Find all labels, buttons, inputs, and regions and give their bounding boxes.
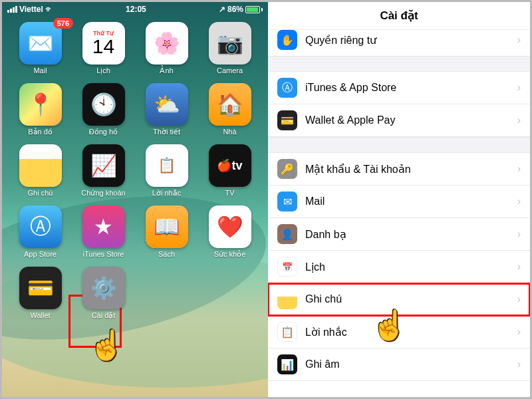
chevron-right-icon: ›: [517, 358, 521, 370]
settings-title: Cài đặt: [268, 2, 530, 30]
mail-badge: 576: [53, 18, 73, 29]
iphone-homescreen: Viettel ᯤ 12:05 ↗ 86% 576 ✉️ Mail Thứ Tư…: [2, 2, 268, 397]
settings-icon: ⚙️: [82, 267, 125, 309]
app-wallet[interactable]: 💳 Wallet: [11, 267, 69, 320]
app-appstore[interactable]: Ⓐ App Store: [11, 205, 69, 259]
chevron-right-icon: ›: [517, 293, 521, 305]
carrier-label: Viettel: [19, 5, 43, 14]
app-weather[interactable]: ⛅ Thời tiết: [138, 83, 196, 136]
books-icon: 📖: [146, 205, 188, 248]
chevron-right-icon: ›: [517, 326, 521, 338]
app-grid: 576 ✉️ Mail Thứ Tư 14 Lịch 🌸 Ảnh 📷 Camer…: [2, 17, 268, 325]
mail-row-icon: ✉: [277, 192, 297, 211]
reminders-icon: 📋: [146, 144, 188, 187]
settings-row-passwords[interactable]: 🔑 Mật khẩu & Tài khoản ›: [268, 153, 530, 186]
app-clock[interactable]: 🕙 Đồng hồ: [74, 83, 132, 136]
health-icon: ❤️: [209, 205, 251, 248]
app-mail[interactable]: 576 ✉️ Mail: [11, 22, 69, 75]
chevron-right-icon: ›: [517, 82, 521, 94]
tv-icon: 🍎tv: [209, 144, 251, 187]
chevron-right-icon: ›: [517, 34, 521, 46]
voicememo-icon: 📊: [277, 354, 297, 374]
wallet-icon: 💳: [19, 267, 62, 309]
settings-row-privacy[interactable]: ✋ Quyền riêng tư ›: [268, 30, 530, 57]
settings-row-wallet[interactable]: 💳 Wallet & Apple Pay ›: [268, 104, 530, 137]
wifi-icon: ᯤ: [45, 5, 53, 14]
appstore-row-icon: Ⓐ: [277, 78, 297, 98]
clock: 12:05: [126, 5, 146, 14]
appstore-icon: Ⓐ: [19, 205, 62, 248]
notes-row-icon: [277, 289, 297, 309]
app-notes[interactable]: Ghi chú: [11, 144, 69, 198]
reminders-row-icon: 📋: [277, 322, 297, 342]
chevron-right-icon: ›: [517, 261, 521, 273]
cell-signal-icon: [7, 6, 17, 13]
calendar-icon: Thứ Tư 14: [82, 22, 125, 65]
wallet-row-icon: 💳: [277, 110, 297, 130]
settings-row-mail[interactable]: ✉ Mail ›: [268, 186, 530, 218]
app-books[interactable]: 📖 Sách: [138, 205, 196, 259]
contacts-icon: 👤: [277, 224, 297, 244]
app-itunes[interactable]: ★ iTunes Store: [74, 205, 132, 259]
privacy-icon: ✋: [277, 30, 297, 50]
settings-row-contacts[interactable]: 👤 Danh bạ ›: [268, 218, 530, 251]
settings-row-voicememo[interactable]: 📊 Ghi âm ›: [268, 348, 530, 381]
key-icon: 🔑: [277, 159, 297, 179]
maps-icon: 📍: [19, 83, 62, 126]
app-settings[interactable]: ⚙️ Cài đặt: [74, 267, 132, 320]
app-maps[interactable]: 📍 Bản đồ: [11, 83, 69, 136]
app-home[interactable]: 🏠 Nhà: [201, 83, 259, 136]
clock-icon: 🕙: [82, 83, 125, 126]
chevron-right-icon: ›: [517, 196, 521, 207]
battery-pct: 86%: [227, 5, 243, 14]
battery-icon: [245, 6, 263, 13]
photos-icon: 🌸: [146, 22, 188, 65]
calendar-row-icon: 📅: [277, 257, 297, 277]
mail-icon: ✉️: [19, 22, 62, 65]
app-health[interactable]: ❤️ Sức khỏe: [201, 205, 259, 259]
app-tv[interactable]: 🍎tv TV: [201, 144, 259, 198]
settings-row-itunes[interactable]: Ⓐ iTunes & App Store ›: [268, 72, 530, 104]
camera-icon: 📷: [209, 22, 251, 65]
home-icon: 🏠: [209, 83, 251, 126]
settings-screen: Cài đặt ✋ Quyền riêng tư › Ⓐ iTunes & Ap…: [268, 2, 530, 397]
app-stocks[interactable]: 📈 Chứng khoán: [74, 144, 132, 198]
location-arrow-icon: ↗: [219, 5, 225, 14]
app-calendar[interactable]: Thứ Tư 14 Lịch: [74, 22, 132, 75]
app-photos[interactable]: 🌸 Ảnh: [138, 22, 196, 75]
pointer-hand-icon: ☝️: [371, 308, 408, 342]
pointer-hand-icon: ☝️: [88, 328, 125, 362]
chevron-right-icon: ›: [517, 114, 521, 126]
app-reminders[interactable]: 📋 Lời nhắc: [138, 144, 196, 198]
itunes-icon: ★: [82, 205, 125, 248]
chevron-right-icon: ›: [517, 228, 521, 240]
chevron-right-icon: ›: [517, 163, 521, 175]
notes-icon: [19, 144, 62, 187]
app-camera[interactable]: 📷 Camera: [201, 22, 259, 75]
weather-icon: ⛅: [146, 83, 188, 126]
status-bar: Viettel ᯤ 12:05 ↗ 86%: [2, 2, 268, 17]
stocks-icon: 📈: [82, 144, 125, 187]
settings-row-calendar[interactable]: 📅 Lịch ›: [268, 251, 530, 283]
